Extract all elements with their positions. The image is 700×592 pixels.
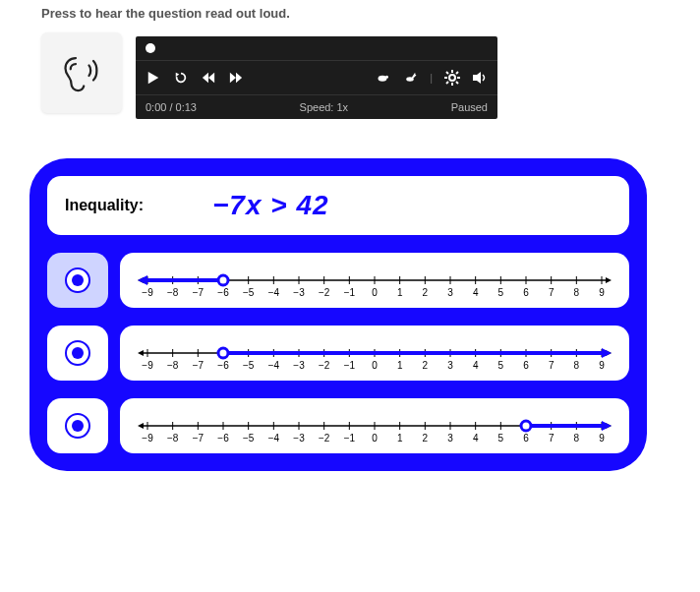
- svg-text:−7: −7: [193, 360, 204, 371]
- svg-text:−7: −7: [193, 433, 204, 444]
- turtle-icon[interactable]: [375, 70, 390, 86]
- svg-text:5: 5: [498, 287, 504, 298]
- svg-marker-3: [208, 73, 214, 84]
- svg-text:−4: −4: [268, 287, 280, 298]
- svg-text:−9: −9: [142, 360, 153, 371]
- option-row: −9−8−7−6−5−4−3−2−10123456789: [47, 398, 629, 453]
- inequality-expression: −7x > 42: [212, 190, 329, 221]
- svg-text:0: 0: [372, 360, 378, 371]
- svg-point-150: [521, 421, 531, 431]
- svg-marker-18: [473, 72, 481, 84]
- svg-text:−2: −2: [319, 287, 330, 298]
- svg-text:−1: −1: [344, 433, 356, 444]
- separator: |: [430, 72, 433, 84]
- inequality-row: Inequality: −7x > 42: [47, 176, 629, 235]
- svg-text:6: 6: [523, 360, 529, 371]
- svg-marker-4: [230, 73, 236, 84]
- svg-text:9: 9: [599, 287, 605, 298]
- svg-marker-21: [606, 277, 612, 283]
- svg-text:1: 1: [397, 287, 403, 298]
- svg-point-9: [449, 75, 455, 81]
- svg-text:4: 4: [473, 287, 479, 298]
- svg-text:−4: −4: [268, 433, 280, 444]
- svg-text:7: 7: [549, 433, 554, 444]
- svg-text:−9: −9: [142, 287, 153, 298]
- option-radio[interactable]: [47, 253, 108, 308]
- instruction-text: Press to hear the question read out loud…: [41, 6, 700, 21]
- svg-point-106: [218, 348, 228, 358]
- svg-text:7: 7: [549, 360, 554, 371]
- inequality-label: Inequality:: [65, 197, 144, 214]
- option-radio[interactable]: [47, 326, 108, 381]
- volume-button[interactable]: [472, 70, 488, 86]
- rewind-button[interactable]: [201, 70, 216, 86]
- seek-bar[interactable]: [136, 36, 497, 61]
- svg-marker-5: [236, 73, 242, 84]
- svg-text:7: 7: [549, 287, 554, 298]
- svg-text:−6: −6: [217, 433, 229, 444]
- listen-button[interactable]: [41, 32, 122, 113]
- svg-text:3: 3: [447, 360, 453, 371]
- svg-marker-1: [176, 73, 180, 77]
- svg-text:5: 5: [498, 433, 504, 444]
- svg-text:9: 9: [599, 433, 605, 444]
- svg-text:−7: −7: [193, 287, 204, 298]
- svg-text:−8: −8: [167, 360, 179, 371]
- audio-player: | 0:00 / 0:13 Speed: 1x Paused: [136, 36, 497, 119]
- svg-text:−1: −1: [344, 360, 356, 371]
- svg-text:−5: −5: [243, 433, 255, 444]
- svg-text:−6: −6: [217, 287, 229, 298]
- svg-text:−3: −3: [293, 287, 305, 298]
- svg-text:8: 8: [574, 433, 580, 444]
- svg-marker-149: [602, 421, 612, 431]
- option-radio[interactable]: [47, 398, 108, 453]
- svg-text:−3: −3: [293, 433, 305, 444]
- svg-line-17: [456, 72, 458, 74]
- replay-button[interactable]: [173, 70, 189, 86]
- svg-point-62: [218, 275, 228, 285]
- svg-marker-64: [138, 350, 144, 356]
- svg-line-16: [446, 82, 448, 84]
- svg-line-15: [456, 82, 458, 84]
- ear-icon: [58, 49, 105, 96]
- status-display: Paused: [451, 101, 488, 113]
- svg-text:3: 3: [447, 433, 453, 444]
- svg-text:2: 2: [423, 360, 429, 371]
- svg-marker-105: [602, 348, 612, 358]
- question-card: Inequality: −7x > 42 −9−8−7−6−5−4−3−2−10…: [29, 158, 647, 471]
- svg-text:8: 8: [574, 287, 580, 298]
- svg-text:−5: −5: [243, 360, 255, 371]
- svg-text:−8: −8: [167, 287, 179, 298]
- settings-button[interactable]: [444, 70, 460, 86]
- svg-marker-108: [138, 423, 144, 429]
- svg-text:4: 4: [473, 360, 479, 371]
- number-line: −9−8−7−6−5−4−3−2−10123456789: [120, 398, 629, 453]
- svg-marker-2: [203, 73, 208, 84]
- svg-text:5: 5: [498, 360, 504, 371]
- svg-text:2: 2: [423, 433, 429, 444]
- svg-text:2: 2: [423, 287, 429, 298]
- play-button[interactable]: [146, 70, 161, 86]
- svg-text:−1: −1: [344, 287, 356, 298]
- svg-text:6: 6: [523, 433, 529, 444]
- svg-text:3: 3: [447, 287, 453, 298]
- svg-text:−8: −8: [167, 433, 179, 444]
- svg-text:−2: −2: [319, 360, 330, 371]
- option-row: −9−8−7−6−5−4−3−2−10123456789: [47, 326, 629, 381]
- svg-point-7: [385, 76, 388, 79]
- svg-text:−4: −4: [268, 360, 280, 371]
- svg-text:6: 6: [523, 287, 529, 298]
- svg-marker-61: [138, 275, 147, 285]
- svg-text:−6: −6: [217, 360, 229, 371]
- svg-text:−5: −5: [243, 287, 255, 298]
- forward-button[interactable]: [228, 70, 244, 86]
- svg-text:1: 1: [397, 360, 403, 371]
- svg-text:−9: −9: [142, 433, 153, 444]
- svg-marker-0: [148, 72, 159, 84]
- time-display: 0:00 / 0:13: [146, 101, 197, 113]
- seek-thumb[interactable]: [146, 43, 155, 53]
- svg-text:−3: −3: [293, 360, 305, 371]
- svg-text:0: 0: [372, 433, 378, 444]
- rabbit-icon[interactable]: [402, 70, 418, 86]
- svg-text:0: 0: [372, 287, 378, 298]
